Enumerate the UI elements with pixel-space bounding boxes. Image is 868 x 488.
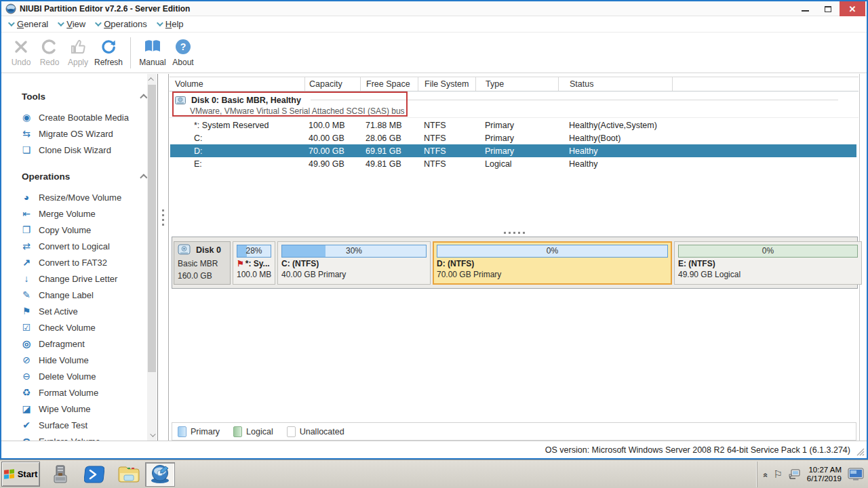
sidebar-section-tools[interactable]: Tools (1, 87, 157, 105)
disk0-subtitle: VMware, VMware Virtual S Serial Attached… (190, 106, 859, 116)
question-circle-icon: ? (174, 38, 192, 56)
sidebar-item-create-bootable-media[interactable]: Create Bootable Media (1, 109, 157, 125)
taskbar: Start (0, 460, 868, 488)
start-button[interactable]: Start (1, 462, 40, 487)
chevron-down-icon (157, 20, 163, 26)
sidebar-item-surface-test[interactable]: Surface Test (1, 417, 157, 433)
taskbar-powershell-icon[interactable] (81, 462, 107, 487)
sidebar-item-change-label[interactable]: Change Label (1, 287, 157, 303)
splitter-grip-dots (162, 209, 164, 226)
resize-grip[interactable] (856, 448, 865, 456)
undo-button[interactable]: Undo (7, 35, 35, 71)
sidebar-item-check-volume[interactable]: Check Volume (1, 319, 157, 336)
tray-clock[interactable]: 10:27 AM 6/17/2019 (807, 466, 842, 483)
sidebar-item-merge-volume[interactable]: Merge Volume (1, 205, 157, 222)
sidebar-item-defragment[interactable]: Defragment (1, 336, 157, 352)
logical-swatch-icon (233, 426, 242, 437)
menu-operations[interactable]: Operations (95, 19, 147, 29)
close-icon: ✕ (849, 5, 856, 14)
sidebar-item-convert-to-fat32[interactable]: Convert to FAT32 (1, 254, 157, 270)
column-header-type[interactable]: Type (476, 77, 559, 91)
partition-block-c[interactable]: 30% C: (NTFS) 40.00 GB Primary (277, 241, 431, 285)
scroll-down-arrow[interactable] (147, 430, 157, 441)
sidebar-item-hide-volume[interactable]: Hide Volume (1, 352, 157, 368)
app-window: NIUBI Partition Editor v7.2.6 - Server E… (0, 0, 868, 460)
disk0-group-row[interactable]: Disk 0: Basic MBR, Healthy VMware, VMwar… (170, 92, 859, 118)
sidebar-item-explore-volume[interactable]: Explore Volume (1, 433, 157, 441)
menu-general[interactable]: General (8, 19, 48, 29)
partition-block-system-reserved[interactable]: 28% ⚑*: Sy... 100.0 MB (233, 241, 275, 285)
disc-icon (20, 113, 33, 122)
sidebar-item-wipe-volume[interactable]: Wipe Volume (1, 401, 157, 417)
table-row-e[interactable]: E: 49.90 GB 49.81 GB NTFS Logical Health… (170, 157, 856, 170)
monitor-tray-icon[interactable] (848, 468, 864, 481)
manual-button[interactable]: Manual (136, 35, 169, 71)
column-header-volume[interactable]: Volume (170, 77, 305, 91)
sidebar-scrollbar[interactable] (147, 74, 157, 441)
scroll-up-arrow[interactable] (147, 74, 157, 85)
copy-icon (20, 225, 33, 235)
maximize-button[interactable] (816, 1, 840, 16)
sidebar-item-clone-disk-wizard[interactable]: Clone Disk Wizard (1, 142, 157, 158)
menu-help[interactable]: Help (157, 19, 184, 29)
apply-button[interactable]: Apply (64, 35, 92, 71)
partition-block-e[interactable]: 0% E: (NTFS) 49.90 GB Logical (674, 241, 862, 285)
disk0-info-block[interactable]: Disk 0 Basic MBR 160.0 GB (174, 241, 231, 285)
merge-arrow-icon (20, 209, 33, 218)
legend-logical: Logical (233, 426, 273, 437)
taskbar-server-manager-icon[interactable] (47, 462, 73, 487)
table-row-c[interactable]: C: 40.00 GB 28.06 GB NTFS Primary Health… (170, 131, 856, 144)
action-center-flag-icon[interactable]: ⚐ (773, 468, 782, 481)
table-row-d-selected[interactable]: D: 70.00 GB 69.91 GB NTFS Primary Health… (170, 144, 856, 157)
column-header-capacity[interactable]: Capacity (305, 77, 361, 91)
table-row-system-reserved[interactable]: *: System Reserved 100.0 MB 71.88 MB NTF… (170, 119, 856, 131)
sidebar-item-set-active[interactable]: Set Active (1, 303, 157, 319)
disk0-scheme: Basic MBR (178, 259, 226, 268)
open-book-icon (143, 38, 162, 56)
menu-view[interactable]: View (58, 19, 85, 29)
legend-primary: Primary (178, 426, 220, 437)
taskbar-file-explorer-icon[interactable] (115, 462, 142, 487)
column-header-file-system[interactable]: File System (418, 77, 476, 91)
menu-bar: General View Operations Help (1, 16, 867, 33)
about-button[interactable]: ? About (169, 35, 197, 71)
svg-text:?: ? (180, 41, 186, 52)
chevron-down-icon (8, 20, 15, 26)
undo-x-icon (12, 38, 30, 56)
refresh-circular-arrows-icon (100, 38, 117, 56)
toolbar-separator (130, 37, 131, 68)
taskbar-niubi-partition-editor-icon[interactable] (145, 462, 175, 487)
toolbar: Undo Redo Apply Refresh (1, 33, 867, 73)
redo-button[interactable]: Redo (35, 35, 64, 71)
disk0-size: 160.0 GB (178, 271, 226, 281)
sidebar-section-operations[interactable]: Operations (1, 167, 157, 185)
horizontal-splitter[interactable] (169, 228, 859, 237)
minimize-button[interactable] (793, 1, 816, 16)
checkbox-icon (20, 323, 33, 332)
niubi-app-icon (149, 464, 171, 485)
column-header-free-space[interactable]: Free Space (361, 77, 418, 91)
legend-unallocated: Unallocated (287, 426, 344, 437)
sidebar-item-copy-volume[interactable]: Copy Volume (1, 222, 157, 238)
resize-pie-icon (20, 192, 33, 202)
sidebar-item-change-drive-letter[interactable]: Change Drive Letter (1, 270, 157, 287)
vertical-splitter[interactable] (159, 74, 168, 441)
sidebar-item-migrate-os-wizard[interactable]: Migrate OS Wizard (1, 125, 157, 142)
eraser-icon (20, 404, 33, 413)
flag-icon (20, 306, 33, 316)
partition-block-d-selected[interactable]: 0% D: (NTFS) 70.00 GB Primary (433, 241, 672, 285)
redo-arc-icon (41, 38, 58, 56)
sidebar-item-resize-move-volume[interactable]: Resize/Move Volume (1, 189, 157, 205)
scrollbar-thumb[interactable] (148, 85, 156, 372)
sidebar-item-convert-to-logical[interactable]: Convert to Logical (1, 238, 157, 254)
app-logo-icon (5, 3, 16, 14)
column-header-status[interactable]: Status (559, 77, 673, 91)
close-button[interactable]: ✕ (840, 1, 865, 16)
recycle-icon (20, 388, 33, 397)
sidebar-item-delete-volume[interactable]: Delete Volume (1, 368, 157, 384)
network-icon[interactable] (789, 469, 801, 480)
refresh-button[interactable]: Refresh (92, 35, 125, 71)
sidebar-item-format-volume[interactable]: Format Volume (1, 384, 157, 401)
hidden-icons-chevron[interactable]: « (761, 473, 770, 476)
convert-arrows-icon (20, 241, 33, 251)
